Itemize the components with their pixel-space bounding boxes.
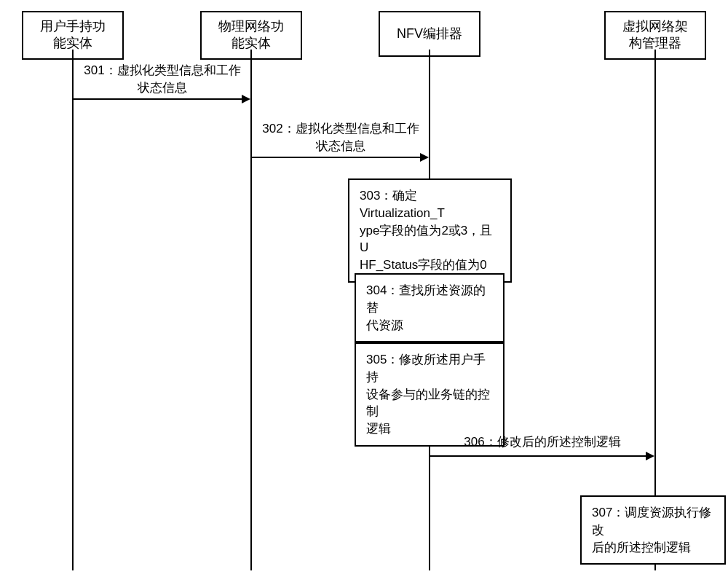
process-303: 303：确定Virtualization_Type字段的值为2或3，且UHF_S… <box>348 178 512 283</box>
lifeline-p4 <box>654 50 656 570</box>
message-306-arrow <box>430 455 646 457</box>
message-301-label: 301：虚拟化类型信息和工作状态信息 <box>75 62 250 97</box>
message-301-arrowhead <box>242 95 250 103</box>
message-302-arrowhead <box>420 153 429 162</box>
process-304-text: 304：查找所述资源的替代资源 <box>366 283 486 332</box>
message-301-arrow <box>74 98 242 100</box>
message-302-label: 302：虚拟化类型信息和工作状态信息 <box>253 120 428 155</box>
participant-label: NFV编排器 <box>397 26 462 41</box>
process-304: 304：查找所述资源的替代资源 <box>355 273 505 342</box>
sequence-diagram: 用户手持功能实体 物理网络功能实体 NFV编排器 虚拟网络架构管理器 301：虚… <box>0 0 728 585</box>
process-303-text: 303：确定Virtualization_Type字段的值为2或3，且UHF_S… <box>360 189 492 272</box>
participant-label: 虚拟网络架构管理器 <box>622 19 688 50</box>
participant-label: 用户手持功能实体 <box>40 19 106 50</box>
message-306-label: 306：修改后的所述控制逻辑 <box>444 433 641 451</box>
lifeline-p1 <box>72 50 74 570</box>
lifeline-p2 <box>250 50 252 570</box>
process-307: 307：调度资源执行修改后的所述控制逻辑 <box>580 495 726 565</box>
message-302-arrow <box>252 157 420 158</box>
process-305: 305：修改所述用户手持设备参与的业务链的控制逻辑 <box>355 342 505 447</box>
process-307-text: 307：调度资源执行修改后的所述控制逻辑 <box>592 506 711 554</box>
participant-label: 物理网络功能实体 <box>218 19 284 50</box>
message-306-arrowhead <box>646 452 654 460</box>
process-305-text: 305：修改所述用户手持设备参与的业务链的控制逻辑 <box>366 353 490 436</box>
